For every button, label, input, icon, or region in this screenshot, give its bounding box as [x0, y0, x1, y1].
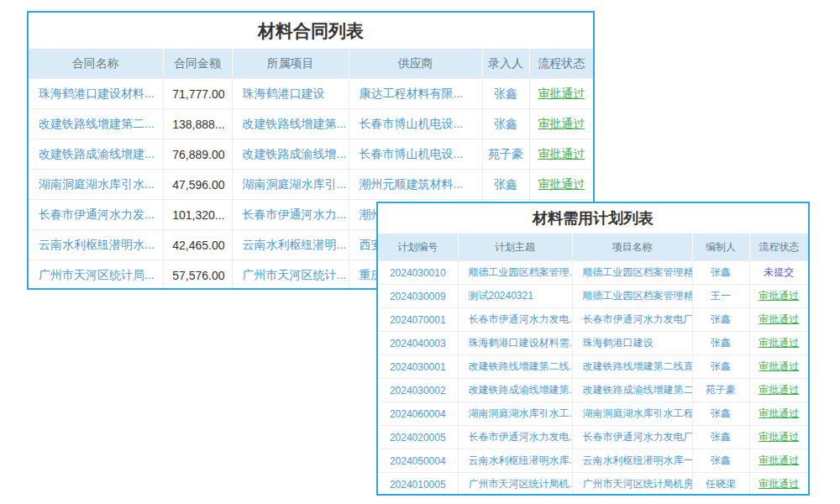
- cell-subject[interactable]: 改建铁路成渝线增建第...: [458, 379, 572, 402]
- cell-compiler[interactable]: 张鑫: [692, 402, 749, 426]
- cell-name[interactable]: 改建铁路线增建第二...: [29, 109, 163, 139]
- cell-project[interactable]: 云南水利枢纽潜明水库一...: [572, 449, 692, 473]
- cell-recorder[interactable]: 张鑫: [482, 79, 529, 109]
- cell-compiler[interactable]: 张鑫: [692, 426, 749, 449]
- table-row: 2024030001改建铁路线增建第二线...改建铁路线增建第二线直...张鑫审…: [378, 355, 808, 379]
- cell-compiler[interactable]: 王一: [692, 285, 749, 308]
- cell-subject[interactable]: 改建铁路线增建第二线...: [458, 355, 572, 379]
- cell-compiler[interactable]: 任晓渠: [692, 473, 749, 496]
- cell-project[interactable]: 湖南洞庭湖水库引水工程...: [572, 402, 692, 426]
- cell-no[interactable]: 2024050004: [378, 449, 458, 473]
- cell-status[interactable]: 审批通过: [529, 109, 593, 139]
- cell-subject[interactable]: 测试20240321: [458, 285, 572, 308]
- table-row: 2024070001长春市伊通河水力发电...长春市伊通河水力发电厂...张鑫审…: [378, 308, 808, 332]
- cell-status[interactable]: 审批通过: [749, 332, 808, 355]
- cell-no[interactable]: 2024020005: [378, 426, 458, 449]
- cell-name[interactable]: 长春市伊通河水力发...: [29, 200, 163, 230]
- cell-project[interactable]: 改建铁路成渝线增建第二...: [572, 379, 692, 402]
- cell-recorder[interactable]: 苑子豪: [482, 139, 529, 170]
- cell-supplier[interactable]: 潮州元顺建筑材料...: [349, 170, 482, 200]
- cell-project[interactable]: 珠海鹤港口建设: [232, 79, 349, 109]
- cell-project[interactable]: 长春市伊通河水力发电厂...: [572, 308, 692, 332]
- cell-amount: 138,888...: [163, 109, 232, 139]
- column-header: 供应商: [349, 49, 482, 79]
- table-row: 2024030009测试20240321顺德工业园区档案管理精...王一审批通过: [378, 285, 808, 308]
- cell-status[interactable]: 审批通过: [749, 402, 808, 426]
- plan-table-body: 2024030010顺德工业园区档案管理...顺德工业园区档案管理精...张鑫未…: [378, 261, 808, 496]
- table-row: 2024040003珠海鹤港口建设材料需...珠海鹤港口建设张鑫审批通过: [378, 332, 808, 355]
- column-header: 编制人: [692, 234, 749, 261]
- plan-table-header-row: 计划编号计划主题项目名称编制人流程状态: [378, 234, 808, 261]
- cell-status[interactable]: 审批通过: [749, 449, 808, 473]
- column-header: 合同名称: [29, 49, 163, 79]
- cell-status[interactable]: 审批通过: [529, 79, 593, 109]
- cell-no[interactable]: 2024030002: [378, 379, 458, 402]
- cell-status[interactable]: 审批通过: [529, 139, 593, 170]
- cell-subject[interactable]: 云南水利枢纽潜明水库...: [458, 449, 572, 473]
- cell-no[interactable]: 2024010005: [378, 473, 458, 496]
- cell-supplier[interactable]: 康达工程材料有限...: [349, 79, 482, 109]
- cell-amount: 57,576.00: [163, 260, 232, 291]
- cell-status[interactable]: 审批通过: [529, 170, 593, 200]
- cell-name[interactable]: 珠海鹤港口建设材料...: [29, 79, 163, 109]
- cell-project[interactable]: 改建铁路线增建第二线直...: [572, 355, 692, 379]
- cell-project[interactable]: 顺德工业园区档案管理精...: [572, 261, 692, 285]
- cell-status[interactable]: 审批通过: [749, 308, 808, 332]
- column-header: 合同金额: [163, 49, 232, 79]
- cell-compiler[interactable]: 张鑫: [692, 308, 749, 332]
- cell-subject[interactable]: 珠海鹤港口建设材料需...: [458, 332, 572, 355]
- cell-no[interactable]: 2024060004: [378, 402, 458, 426]
- cell-project[interactable]: 珠海鹤港口建设: [572, 332, 692, 355]
- cell-project[interactable]: 顺德工业园区档案管理精...: [572, 285, 692, 308]
- cell-name[interactable]: 改建铁路成渝线增建...: [29, 139, 163, 170]
- cell-status[interactable]: 审批通过: [749, 355, 808, 379]
- cell-project[interactable]: 云南水利枢纽潜明...: [232, 230, 349, 260]
- cell-recorder[interactable]: 张鑫: [482, 109, 529, 139]
- cell-supplier[interactable]: 长春市博山机电设...: [349, 109, 482, 139]
- cell-project[interactable]: 长春市伊通河水力发电厂...: [572, 426, 692, 449]
- cell-supplier[interactable]: 长春市博山机电设...: [349, 139, 482, 170]
- cell-subject[interactable]: 长春市伊通河水力发电...: [458, 426, 572, 449]
- table-row: 2024060004湖南洞庭湖水库引水工...湖南洞庭湖水库引水工程...张鑫审…: [378, 402, 808, 426]
- column-header: 项目名称: [572, 234, 692, 261]
- cell-no[interactable]: 2024070001: [378, 308, 458, 332]
- table-row: 改建铁路成渝线增建...76,889.00改建铁路成渝线增...长春市博山机电设…: [29, 139, 593, 170]
- column-header: 计划主题: [458, 234, 572, 261]
- cell-subject[interactable]: 广州市天河区统计局机...: [458, 473, 572, 496]
- cell-subject[interactable]: 顺德工业园区档案管理...: [458, 261, 572, 285]
- cell-no[interactable]: 2024030010: [378, 261, 458, 285]
- cell-compiler[interactable]: 张鑫: [692, 261, 749, 285]
- table-row: 2024010005广州市天河区统计局机...广州市天河区统计局机房...任晓渠…: [378, 473, 808, 496]
- cell-project[interactable]: 改建铁路线增建第...: [232, 109, 349, 139]
- cell-no[interactable]: 2024030001: [378, 355, 458, 379]
- column-header: 所属项目: [232, 49, 349, 79]
- cell-project[interactable]: 广州市天河区统计局机房...: [572, 473, 692, 496]
- cell-amount: 101,320...: [163, 200, 232, 230]
- cell-status[interactable]: 未提交: [749, 261, 808, 285]
- cell-status[interactable]: 审批通过: [749, 285, 808, 308]
- cell-project[interactable]: 广州市天河区统计...: [232, 260, 349, 291]
- cell-name[interactable]: 广州市天河区统计局...: [29, 260, 163, 291]
- material-requirement-plan-table: 计划编号计划主题项目名称编制人流程状态 2024030010顺德工业园区档案管理…: [378, 234, 808, 496]
- cell-compiler[interactable]: 苑子豪: [692, 379, 749, 402]
- cell-project[interactable]: 湖南洞庭湖水库引...: [232, 170, 349, 200]
- cell-name[interactable]: 湖南洞庭湖水库引水...: [29, 170, 163, 200]
- cell-project[interactable]: 长春市伊通河水力...: [232, 200, 349, 230]
- cell-recorder[interactable]: 张鑫: [482, 170, 529, 200]
- table-row: 2024030002改建铁路成渝线增建第...改建铁路成渝线增建第二...苑子豪…: [378, 379, 808, 402]
- cell-no[interactable]: 2024030009: [378, 285, 458, 308]
- material-requirement-plan-table-card: 材料需用计划列表 计划编号计划主题项目名称编制人流程状态 2024030010顺…: [376, 202, 810, 496]
- cell-project[interactable]: 改建铁路成渝线增...: [232, 139, 349, 170]
- cell-status[interactable]: 审批通过: [749, 379, 808, 402]
- cell-name[interactable]: 云南水利枢纽潜明水...: [29, 230, 163, 260]
- cell-subject[interactable]: 长春市伊通河水力发电...: [458, 308, 572, 332]
- cell-amount: 47,596.00: [163, 170, 232, 200]
- cell-status[interactable]: 审批通过: [749, 473, 808, 496]
- cell-compiler[interactable]: 张鑫: [692, 332, 749, 355]
- cell-compiler[interactable]: 张鑫: [692, 449, 749, 473]
- table-row: 2024030010顺德工业园区档案管理...顺德工业园区档案管理精...张鑫未…: [378, 261, 808, 285]
- cell-compiler[interactable]: 张鑫: [692, 355, 749, 379]
- cell-status[interactable]: 审批通过: [749, 426, 808, 449]
- cell-no[interactable]: 2024040003: [378, 332, 458, 355]
- cell-subject[interactable]: 湖南洞庭湖水库引水工...: [458, 402, 572, 426]
